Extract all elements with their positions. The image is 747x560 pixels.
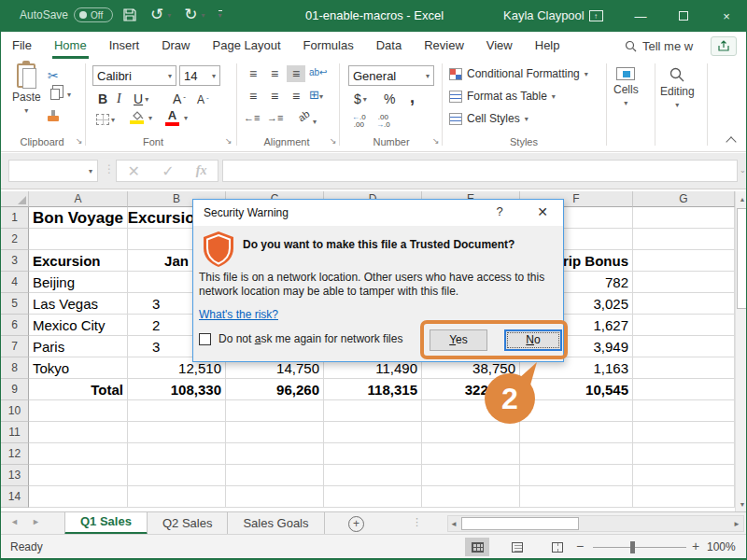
- name-box[interactable]: ▾: [8, 160, 98, 182]
- cell-G12[interactable]: [633, 443, 735, 465]
- zoom-in-button[interactable]: +: [692, 539, 699, 553]
- format-painter-button[interactable]: [48, 110, 59, 121]
- select-all-corner[interactable]: [1, 191, 29, 207]
- cell-A13[interactable]: [29, 465, 128, 486]
- cell-C12[interactable]: [226, 443, 324, 465]
- cell-A3[interactable]: Excursion: [29, 250, 128, 272]
- bold-button[interactable]: B: [98, 91, 107, 106]
- cell-D11[interactable]: [324, 422, 422, 443]
- scroll-right-icon[interactable]: ►: [733, 520, 740, 528]
- cell-B14[interactable]: [128, 486, 226, 508]
- ribbon-tab-insert[interactable]: Insert: [98, 32, 151, 60]
- cell-F12[interactable]: [520, 443, 633, 465]
- borders-dropdown-icon[interactable]: ▾: [111, 116, 115, 124]
- cell-F13[interactable]: [520, 465, 633, 486]
- cell-G7[interactable]: [633, 336, 735, 357]
- minimize-button[interactable]: —: [623, 0, 658, 32]
- zoom-level[interactable]: 100%: [707, 540, 736, 553]
- cell-A2[interactable]: [29, 229, 128, 250]
- cell-A9[interactable]: Total: [29, 379, 128, 400]
- wrap-text-button[interactable]: ab↩: [309, 67, 328, 77]
- ribbon-tab-data[interactable]: Data: [365, 32, 413, 60]
- merge-center-button[interactable]: ⊞▾: [309, 88, 323, 102]
- comma-style-button[interactable]: ,: [410, 88, 415, 107]
- cell-A11[interactable]: [29, 422, 128, 443]
- clipboard-dialog-launcher[interactable]: ↘: [76, 136, 83, 146]
- font-color-dropdown-icon[interactable]: ▾: [184, 114, 188, 122]
- cell-G5[interactable]: [633, 293, 735, 315]
- zoom-slider-track[interactable]: [593, 547, 686, 548]
- cell-A6[interactable]: Mexico City: [29, 315, 128, 336]
- row-header-11[interactable]: 11: [1, 422, 29, 443]
- cell-C9[interactable]: 96,260: [226, 379, 324, 400]
- cell-E14[interactable]: [422, 486, 520, 508]
- cell-G10[interactable]: [633, 400, 735, 422]
- cell-C10[interactable]: [226, 400, 324, 422]
- cell-C13[interactable]: [226, 465, 324, 486]
- cell-C14[interactable]: [226, 486, 324, 508]
- cells-button[interactable]: Cells ▾: [613, 67, 639, 107]
- number-dialog-launcher[interactable]: ↘: [432, 136, 440, 146]
- merge-dropdown-icon[interactable]: ▾: [319, 92, 323, 101]
- cell-G11[interactable]: [633, 422, 735, 443]
- zoom-out-button[interactable]: −: [576, 539, 584, 553]
- new-sheet-button[interactable]: +: [348, 516, 364, 532]
- cell-D13[interactable]: [324, 465, 422, 486]
- increase-indent-button[interactable]: →≡: [267, 112, 283, 123]
- row-header-10[interactable]: 10: [1, 400, 29, 422]
- row-header-8[interactable]: 8: [1, 357, 29, 379]
- font-name-select[interactable]: Calibri▾: [92, 65, 176, 86]
- row-header-2[interactable]: 2: [1, 229, 29, 250]
- sheet-tab-sales-goals[interactable]: Sales Goals: [228, 512, 324, 535]
- orientation-dropdown-icon[interactable]: ▾: [313, 114, 317, 127]
- accounting-dropdown-icon[interactable]: ▾: [363, 95, 367, 104]
- scroll-left-icon[interactable]: ◄: [450, 520, 458, 528]
- number-format-select[interactable]: General▾: [348, 65, 434, 86]
- bottom-align-button[interactable]: ≡: [287, 65, 305, 82]
- row-header-6[interactable]: 6: [1, 315, 29, 336]
- cell-G13[interactable]: [633, 465, 735, 486]
- cell-B12[interactable]: [128, 443, 226, 465]
- sheet-tab-q1-sales[interactable]: Q1 Sales: [64, 512, 148, 535]
- dialog-help-button[interactable]: ?: [490, 204, 509, 223]
- zoom-slider-thumb[interactable]: [630, 541, 635, 553]
- orientation-button[interactable]: ab: [296, 108, 312, 124]
- decrease-font-button[interactable]: Aˇ: [197, 93, 209, 106]
- whats-the-risk-link[interactable]: What's the risk?: [199, 308, 278, 321]
- horizontal-scroll-thumb[interactable]: [461, 517, 579, 530]
- increase-font-button[interactable]: Aˆ: [173, 91, 186, 106]
- ribbon-display-options-button[interactable]: ↑: [578, 0, 613, 32]
- cell-B9[interactable]: 108,330: [128, 379, 226, 400]
- alignment-dialog-launcher[interactable]: ↘: [330, 136, 337, 146]
- tab-splitter-handle[interactable]: ⋮: [412, 516, 422, 528]
- row-header-7[interactable]: 7: [1, 336, 29, 357]
- paste-button[interactable]: Paste ▾: [12, 63, 41, 115]
- row-header-9[interactable]: 9: [1, 379, 29, 400]
- confirm-entry-icon[interactable]: ✓: [162, 162, 174, 180]
- cut-button[interactable]: ✂: [48, 68, 59, 83]
- cell-G14[interactable]: [633, 486, 735, 508]
- fill-dropdown-icon[interactable]: ▾: [148, 114, 152, 122]
- ribbon-tab-review[interactable]: Review: [413, 32, 475, 60]
- normal-view-button[interactable]: [465, 538, 489, 556]
- scroll-down-icon[interactable]: ▼: [736, 497, 747, 511]
- ribbon-tab-page-layout[interactable]: Page Layout: [202, 32, 292, 60]
- italic-button[interactable]: I: [117, 91, 121, 106]
- row-header-1[interactable]: 1: [1, 207, 29, 229]
- ribbon-tab-formulas[interactable]: Formulas: [292, 32, 365, 60]
- scroll-up-icon[interactable]: ▲: [736, 191, 747, 207]
- editing-button[interactable]: Editing ▾: [660, 67, 695, 109]
- font-dialog-launcher[interactable]: ↘: [225, 136, 233, 146]
- vertical-scroll-thumb[interactable]: [737, 208, 747, 309]
- editing-dropdown-icon[interactable]: ▾: [675, 101, 679, 109]
- row-header-3[interactable]: 3: [1, 250, 29, 272]
- cell-G3[interactable]: [633, 250, 735, 272]
- row-header-12[interactable]: 12: [1, 443, 29, 465]
- paste-dropdown-icon[interactable]: ▾: [24, 106, 28, 115]
- row-header-5[interactable]: 5: [1, 293, 29, 315]
- decrease-indent-button[interactable]: ←≡: [244, 112, 260, 123]
- cell-E13[interactable]: [422, 465, 520, 486]
- cell-F14[interactable]: [520, 486, 633, 508]
- ribbon-tab-view[interactable]: View: [475, 32, 524, 60]
- ribbon-tab-file[interactable]: File: [1, 32, 43, 60]
